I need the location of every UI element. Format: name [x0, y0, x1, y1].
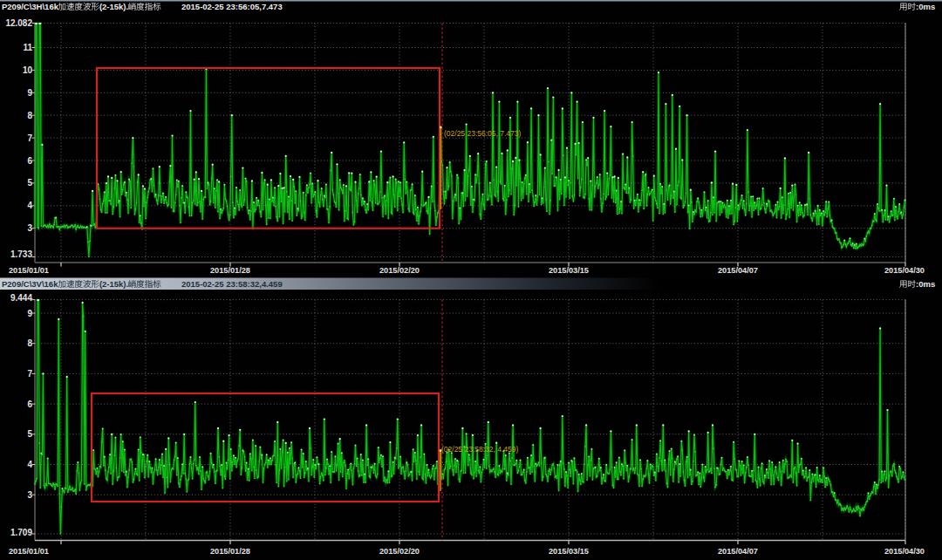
svg-text:2015/01/01: 2015/01/01	[9, 547, 49, 556]
svg-text:9.444: 9.444	[10, 293, 32, 303]
svg-text:(02/25 23:56:05, 7.473): (02/25 23:56:05, 7.473)	[444, 129, 522, 138]
svg-text:(2-15k).: (2-15k).	[99, 279, 128, 289]
svg-text:2015/02/20: 2015/02/20	[379, 266, 420, 275]
svg-text::0ms: :0ms	[916, 2, 935, 11]
svg-text:2015-02-25 23:56:05,7.473: 2015-02-25 23:56:05,7.473	[181, 2, 283, 11]
svg-text:1.709: 1.709	[10, 528, 32, 537]
svg-text:2015/01/28: 2015/01/28	[210, 547, 250, 556]
svg-text:(02/25 23:58:32, 4.459): (02/25 23:58:32, 4.459)	[441, 445, 519, 454]
svg-text:2015/01/28: 2015/01/28	[210, 266, 250, 275]
svg-text:2015/04/30: 2015/04/30	[884, 266, 925, 275]
svg-text:2015-02-25 23:58:32,4.459: 2015-02-25 23:58:32,4.459	[181, 279, 283, 289]
svg-text:11: 11	[23, 43, 32, 52]
svg-text:2015/04/07: 2015/04/07	[718, 547, 758, 556]
svg-text::0ms: :0ms	[916, 279, 935, 289]
svg-text:2015/04/30: 2015/04/30	[884, 547, 925, 556]
svg-text:2015/03/15: 2015/03/15	[549, 547, 589, 556]
svg-text:2015/04/07: 2015/04/07	[718, 266, 758, 275]
svg-text:1.733: 1.733	[10, 249, 32, 259]
svg-text:2015/01/01: 2015/01/01	[9, 266, 49, 275]
svg-text:2015/03/15: 2015/03/15	[549, 266, 589, 275]
svg-text:(2-15k).: (2-15k).	[99, 2, 128, 11]
svg-text:P209/C\3V\16k: P209/C\3V\16k	[2, 279, 58, 289]
svg-text:2015/02/20: 2015/02/20	[379, 547, 420, 556]
svg-text:10: 10	[23, 65, 33, 75]
svg-text:12.082: 12.082	[5, 18, 32, 28]
svg-text:P209/C\3H\16k: P209/C\3H\16k	[2, 2, 59, 11]
